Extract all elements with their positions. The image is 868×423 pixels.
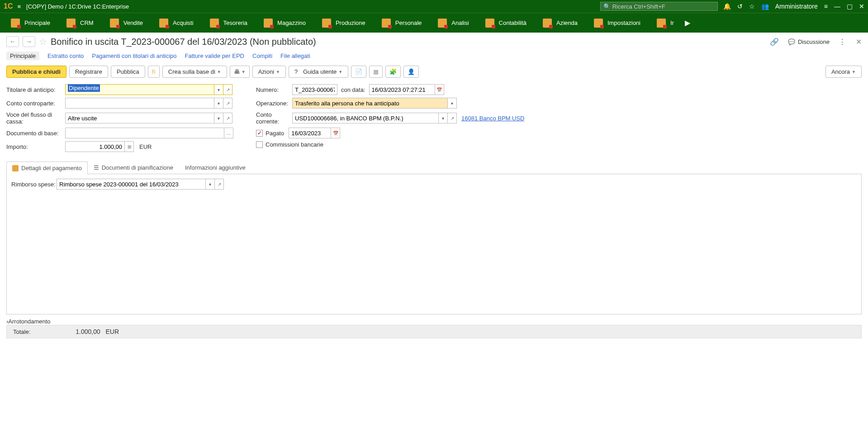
commissioni-checkbox[interactable] bbox=[256, 141, 263, 148]
create-based-on-button[interactable]: Crea sulla base di▼ bbox=[162, 66, 227, 78]
ellipsis-icon[interactable]: … bbox=[224, 128, 233, 138]
operazione-input[interactable] bbox=[292, 98, 448, 109]
dropdown-icon[interactable]: ▾ bbox=[448, 98, 457, 109]
pagato-checkbox[interactable]: ✓ bbox=[256, 130, 263, 137]
nav-label: Ir bbox=[670, 19, 674, 26]
nav-contabilita[interactable]: Contabilità bbox=[477, 13, 535, 33]
tab-compiti[interactable]: Compiti bbox=[252, 52, 272, 60]
open-icon[interactable]: ↗ bbox=[448, 113, 457, 124]
nav-personale-icon bbox=[382, 19, 391, 28]
controparte-input[interactable] bbox=[65, 98, 214, 109]
maximize-icon[interactable]: ▢ bbox=[847, 3, 853, 10]
print-icon: 🖶 bbox=[234, 68, 240, 75]
nav-crm[interactable]: CRM bbox=[58, 13, 102, 33]
calculator-icon[interactable]: ⊞ bbox=[125, 141, 134, 152]
more-button[interactable]: Ancora▼ bbox=[825, 66, 862, 78]
star-icon[interactable]: ☆ bbox=[749, 3, 755, 10]
open-icon[interactable]: ↗ bbox=[223, 84, 232, 95]
nav-vendite[interactable]: Vendite bbox=[102, 13, 151, 33]
open-icon[interactable]: ↗ bbox=[223, 98, 232, 109]
nav-azienda[interactable]: Azienda bbox=[535, 13, 586, 33]
open-icon[interactable]: ↗ bbox=[215, 179, 224, 190]
nav-scroll-right-icon[interactable]: ▶ bbox=[682, 19, 693, 27]
conto-input[interactable] bbox=[292, 113, 439, 124]
publish-and-close-button[interactable]: Pubblica e chiudi bbox=[6, 66, 66, 78]
caret-down-icon: ▼ bbox=[276, 70, 280, 74]
hamburger-icon[interactable]: ≡ bbox=[17, 3, 21, 10]
register-button[interactable]: Registrare bbox=[69, 66, 108, 78]
btn-label: Azioni bbox=[258, 68, 274, 75]
user-icon[interactable]: 👥 bbox=[761, 3, 769, 10]
actions-button[interactable]: Azioni▼ bbox=[252, 66, 286, 78]
tab-estratto-conto[interactable]: Estratto conto bbox=[47, 52, 84, 60]
calendar-icon[interactable]: 📅 bbox=[331, 128, 340, 138]
subtab-dettagli-pagamento[interactable]: Dettagli del pagamento bbox=[6, 162, 88, 174]
currency-label: EUR bbox=[139, 143, 152, 150]
nav-magazzino[interactable]: Magazzino bbox=[256, 13, 314, 33]
nav-principale[interactable]: Principale bbox=[3, 13, 58, 33]
dropdown-icon[interactable]: ▾ bbox=[214, 113, 223, 124]
publish-button[interactable]: Pubblica bbox=[111, 66, 145, 78]
importo-input[interactable] bbox=[65, 141, 125, 152]
person-button[interactable]: 👤 bbox=[403, 66, 419, 78]
settings-bars-icon[interactable]: ≡ bbox=[824, 3, 828, 10]
print-button[interactable]: 🖶▼ bbox=[230, 66, 250, 78]
grid-button[interactable]: ▦ bbox=[369, 66, 383, 78]
dropdown-icon[interactable]: ▾ bbox=[214, 98, 223, 109]
detail-panel: Rimborso spese: ▾ ↗ bbox=[6, 174, 862, 314]
nav-label: Acquisti bbox=[173, 19, 194, 26]
puzzle-button[interactable]: 🧩 bbox=[385, 66, 401, 78]
flusso-input[interactable] bbox=[65, 113, 214, 124]
discussion-button[interactable]: 💬 Discussione bbox=[788, 38, 830, 45]
subtab-informazioni-aggiuntive[interactable]: Informazioni aggiuntive bbox=[179, 161, 251, 174]
nav-produzione-icon bbox=[322, 19, 331, 28]
detail-tabs: Dettagli del pagamento ☰ Documenti di pi… bbox=[6, 161, 862, 174]
docbase-input[interactable] bbox=[65, 128, 224, 138]
bell-icon[interactable]: 🔔 bbox=[723, 3, 731, 10]
minimize-icon[interactable]: — bbox=[834, 3, 840, 10]
con-data-input[interactable] bbox=[369, 84, 435, 95]
dropdown-icon[interactable]: ▾ bbox=[214, 84, 223, 95]
caret-down-icon: ▼ bbox=[338, 70, 342, 74]
nav-personale[interactable]: Personale bbox=[374, 13, 430, 33]
tab-pagamenti-anticipo[interactable]: Pagamenti con titolari di anticipo bbox=[92, 52, 176, 60]
app-title: [COPY] Demo / 1C:Drive 1C:Enterprise bbox=[26, 3, 129, 10]
dropdown-icon[interactable]: ▾ bbox=[439, 113, 448, 124]
rimborso-input[interactable] bbox=[57, 179, 206, 190]
nav-impostazioni[interactable]: Impostazioni bbox=[586, 13, 649, 33]
user-guide-button[interactable]: ? Guida utente▼ bbox=[289, 66, 348, 78]
tab-fatture-epd[interactable]: Fatture valide per EPD bbox=[185, 52, 244, 60]
nav-forward-button[interactable]: → bbox=[23, 36, 35, 47]
nav-analisi[interactable]: Analisi bbox=[430, 13, 477, 33]
calendar-icon[interactable]: 📅 bbox=[435, 84, 444, 95]
nav-back-button[interactable]: ← bbox=[6, 36, 19, 47]
subtab-documenti-pianificazione[interactable]: ☰ Documenti di pianificazione bbox=[88, 161, 179, 174]
copy-button[interactable]: ⎘ bbox=[148, 66, 160, 78]
footer-row[interactable]: › Arrotondamento bbox=[6, 318, 862, 325]
tab-file-allegati[interactable]: File allegati bbox=[280, 52, 310, 60]
titolare-input[interactable]: Dipendente bbox=[65, 84, 214, 95]
open-icon[interactable]: ↗ bbox=[223, 113, 232, 124]
nav-ir[interactable]: Ir bbox=[649, 13, 682, 33]
close-window-icon[interactable]: ✕ bbox=[859, 3, 864, 10]
global-search[interactable]: 🔍 Ricerca Ctrl+Shift+F bbox=[600, 2, 718, 11]
nav-produzione[interactable]: Produzione bbox=[314, 13, 374, 33]
report-button[interactable]: 📄 bbox=[351, 66, 366, 78]
conto-link[interactable]: 16081 Banco BPM USD bbox=[461, 115, 524, 122]
pagato-date-input[interactable] bbox=[289, 128, 331, 138]
admin-label[interactable]: Amministratore bbox=[775, 3, 818, 10]
tab-principale[interactable]: Principale bbox=[6, 52, 39, 60]
nav-acquisti[interactable]: Acquisti bbox=[151, 13, 202, 33]
favorite-star-icon[interactable]: ☆ bbox=[39, 36, 47, 47]
close-document-icon[interactable]: ✕ bbox=[856, 38, 862, 46]
link-icon[interactable]: 🔗 bbox=[770, 38, 779, 46]
nav-crm-icon bbox=[66, 19, 76, 28]
more-menu-icon[interactable]: ⋮ bbox=[839, 38, 846, 46]
flusso-input-group: ▾ ↗ bbox=[65, 113, 232, 124]
numero-input[interactable] bbox=[292, 84, 337, 95]
form-area: Titolare di anticipo: Dipendente ▾ ↗ Con… bbox=[6, 84, 862, 155]
history-icon[interactable]: ↺ bbox=[737, 3, 743, 10]
dropdown-icon[interactable]: ▾ bbox=[206, 179, 215, 190]
nav-tesoreria[interactable]: Tesoreria bbox=[202, 13, 256, 33]
form-left-column: Titolare di anticipo: Dipendente ▾ ↗ Con… bbox=[6, 84, 233, 155]
